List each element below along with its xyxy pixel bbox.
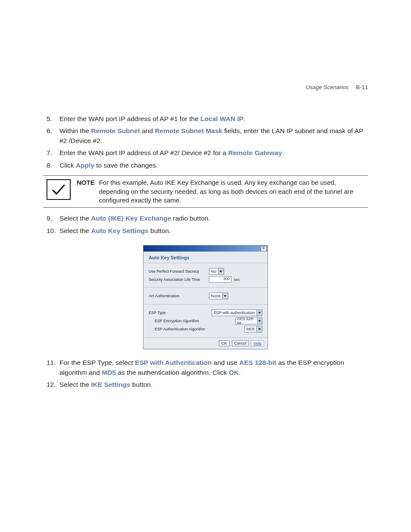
running-header: Usage Scenarios B-11 — [43, 84, 368, 90]
step-7: 7. Enter the WAN port IP address of AP #… — [43, 148, 368, 158]
row-ah: AH Authentication None — [149, 292, 262, 299]
term-remote-subnet-mask: Remote Subnet Mask — [155, 127, 222, 134]
row-pfs: Use Perfect Forward Secrecy No — [149, 268, 262, 275]
term-aes-128-bit: AES 128-bit — [239, 359, 276, 366]
label-esp-auth: ESP Authentication Algorithm — [149, 327, 244, 331]
chevron-down-icon — [256, 326, 262, 332]
chevron-down-icon — [218, 268, 224, 274]
term-remote-gateway: Remote Gateway — [228, 149, 282, 156]
label-pfs: Use Perfect Forward Secrecy — [149, 269, 209, 274]
term-md5: MD5 — [102, 369, 116, 376]
term-ok: OK — [229, 369, 239, 376]
header-title: Usage Scenarios — [306, 84, 349, 90]
cancel-button[interactable]: Cancel — [232, 340, 249, 346]
input-salt[interactable]: 300 — [209, 276, 231, 283]
step-8: 8. Click Apply to save the changes. — [43, 161, 368, 170]
label-esp-type: ESP Type — [149, 311, 209, 315]
chevron-down-icon — [257, 318, 262, 324]
label-salt: Security Association Life Time — [149, 277, 209, 282]
step-12: 12. Select the IKE Settings button. — [43, 380, 368, 389]
close-icon[interactable]: ✕ — [261, 246, 267, 252]
unit-sec: sec — [234, 277, 240, 282]
chevron-down-icon — [256, 310, 262, 316]
auto-key-settings-dialog: ✕ Auto Key Settings Use Perfect Forward … — [143, 245, 268, 349]
term-apply: Apply — [76, 162, 94, 169]
term-esp-with-authentication: ESP with Authentication — [135, 359, 212, 366]
chevron-down-icon — [222, 293, 228, 299]
dialog-section-esp: ESP Type ESP with authentication ESP Enc… — [143, 305, 268, 337]
dialog-titlebar: ✕ — [143, 246, 268, 252]
note-text: For this example, Auto IKE Key Exchange … — [99, 178, 368, 205]
select-esp-type[interactable]: ESP with authentication — [212, 309, 262, 316]
select-pfs[interactable]: No — [209, 268, 224, 275]
step-5: 5. Enter the WAN port IP address of AP #… — [43, 114, 368, 124]
steps-group-c: 11. For the ESP Type, select ESP with Au… — [43, 358, 368, 389]
term-ike-settings: IKE Settings — [91, 381, 130, 388]
label-ah: AH Authentication — [149, 294, 209, 298]
step-9: 9. Select the Auto (IKE) Key Exchange ra… — [43, 214, 368, 223]
select-ah[interactable]: None — [209, 292, 228, 299]
select-esp-enc[interactable]: AES 128-bit — [235, 317, 262, 324]
steps-group-a: 5. Enter the WAN port IP address of AP #… — [43, 114, 368, 170]
dialog-section-general: Use Perfect Forward Secrecy No Security … — [143, 263, 268, 288]
row-esp-enc: ESP Encryption Algorithm AES 128-bit — [149, 317, 262, 324]
help-button[interactable]: Help — [251, 340, 264, 346]
row-salt: Security Association Life Time 300 sec — [149, 276, 262, 283]
step-11: 11. For the ESP Type, select ESP with Au… — [43, 358, 368, 377]
dialog-section-ah: AH Authentication None — [143, 288, 268, 305]
ok-button[interactable]: OK — [219, 340, 230, 346]
label-esp-enc: ESP Encryption Algorithm — [149, 319, 235, 323]
note-block: NOTE For this example, Auto IKE Key Exch… — [43, 175, 368, 208]
term-remote-subnet: Remote Subnet — [91, 127, 140, 134]
checkmark-icon — [47, 179, 71, 200]
row-esp-type: ESP Type ESP with authentication — [149, 309, 262, 316]
step-10: 10. Select the Auto Key Settings button. — [43, 226, 368, 236]
term-auto-ike-key-exchange: Auto (IKE) Key Exchange — [91, 215, 171, 222]
row-esp-auth: ESP Authentication Algorithm MD5 — [149, 326, 262, 333]
term-local-wan-ip: Local WAN IP — [200, 115, 243, 122]
steps-group-b: 9. Select the Auto (IKE) Key Exchange ra… — [43, 214, 368, 236]
select-esp-auth[interactable]: MD5 — [244, 326, 262, 333]
note-label: NOTE — [77, 178, 95, 205]
dialog-buttons: OK Cancel Help — [143, 337, 268, 349]
header-pageno: B-11 — [356, 84, 368, 90]
step-6: 6. Within the Remote Subnet and Remote S… — [43, 126, 368, 146]
term-auto-key-settings: Auto Key Settings — [91, 227, 148, 234]
dialog-title: Auto Key Settings — [143, 252, 268, 263]
page-content: Usage Scenarios B-11 5. Enter the WAN po… — [0, 0, 411, 418]
